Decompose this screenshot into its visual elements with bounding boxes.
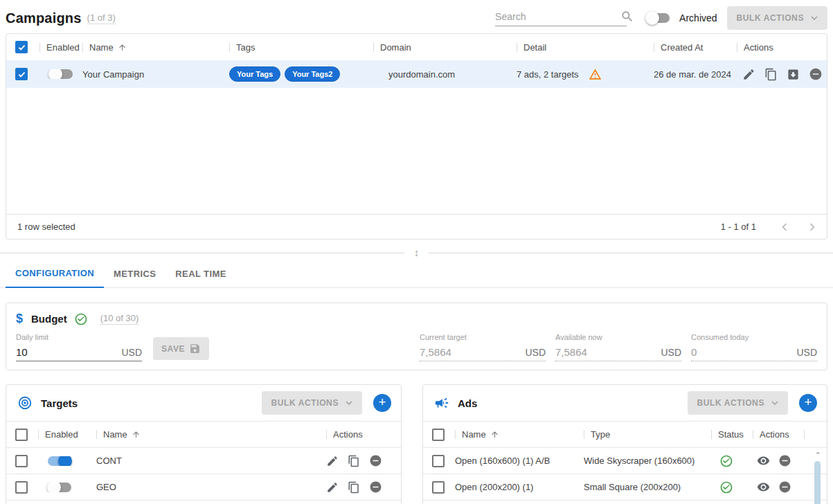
page-prev-icon[interactable] bbox=[777, 219, 792, 235]
budget-title: Budget bbox=[31, 313, 67, 325]
scrollbar-thumb[interactable] bbox=[814, 461, 821, 504]
duplicate-icon[interactable] bbox=[348, 455, 360, 467]
ads-bulk-actions-label: BULK ACTIONS bbox=[697, 398, 764, 408]
select-all-checkbox[interactable] bbox=[15, 41, 28, 53]
target-enabled-toggle[interactable] bbox=[48, 456, 71, 466]
row-checkbox[interactable] bbox=[15, 455, 28, 467]
budget-ok-icon bbox=[74, 312, 88, 326]
col-type: Type bbox=[591, 429, 610, 440]
bulk-actions-label: BULK ACTIONS bbox=[737, 13, 804, 23]
disable-icon[interactable] bbox=[778, 454, 791, 467]
targets-title: Targets bbox=[41, 397, 78, 409]
dollar-icon: $ bbox=[16, 312, 23, 326]
resize-handle-icon[interactable]: ↕ bbox=[404, 247, 429, 258]
search-box bbox=[495, 10, 627, 26]
campaign-tag: Your Tags bbox=[229, 66, 280, 82]
ad-row[interactable]: Open (200x200) (1) Small Square (200x200… bbox=[423, 474, 827, 501]
ads-select-all-checkbox[interactable] bbox=[432, 429, 445, 441]
chevron-down-icon bbox=[808, 12, 821, 24]
ads-scrollbar[interactable]: ⌃ bbox=[813, 451, 823, 504]
target-name: CONT bbox=[96, 456, 122, 466]
search-input[interactable] bbox=[495, 11, 620, 22]
panel-divider: ↕ bbox=[0, 246, 833, 259]
col-actions: Actions bbox=[744, 42, 773, 53]
row-checkbox[interactable] bbox=[15, 481, 28, 494]
ad-type: Wide Skyscraper (160x600) bbox=[584, 456, 695, 466]
disable-icon[interactable] bbox=[369, 480, 382, 494]
preview-icon[interactable] bbox=[757, 454, 770, 467]
disable-icon[interactable] bbox=[778, 480, 791, 494]
target-row[interactable]: GEO bbox=[6, 474, 401, 501]
current-target-label: Current target bbox=[420, 333, 546, 341]
available-now-label: Available now bbox=[555, 333, 681, 341]
edit-icon[interactable] bbox=[326, 481, 339, 494]
campaigns-header-row: Enabled Name Tags Domain Detail Created … bbox=[6, 34, 827, 60]
row-checkbox[interactable] bbox=[432, 481, 445, 494]
col-domain: Domain bbox=[380, 42, 411, 53]
sort-asc-icon bbox=[118, 43, 127, 52]
duplicate-icon[interactable] bbox=[348, 481, 360, 494]
campaign-created-at: 26 de mar. de 2024 bbox=[654, 69, 731, 80]
tab-metrics[interactable]: METRICS bbox=[104, 269, 165, 287]
campaign-enabled-toggle[interactable] bbox=[49, 69, 73, 79]
daily-limit-label: Daily limit bbox=[16, 333, 142, 341]
available-now-field: Available now 7,5864 USD bbox=[555, 333, 681, 361]
duplicate-icon[interactable] bbox=[764, 68, 778, 81]
budget-count: (10 of 30) bbox=[100, 313, 139, 325]
targets-section: Targets BULK ACTIONS + Enabled Name Acti… bbox=[6, 384, 402, 504]
add-target-button[interactable]: + bbox=[373, 394, 391, 412]
add-ad-button[interactable]: + bbox=[799, 394, 817, 412]
archive-icon[interactable] bbox=[787, 68, 800, 81]
archived-label: Archived bbox=[679, 12, 717, 24]
col-actions: Actions bbox=[333, 429, 363, 440]
row-checkbox[interactable] bbox=[432, 455, 445, 467]
target-enabled-toggle[interactable] bbox=[48, 483, 71, 492]
target-row[interactable]: CONT bbox=[6, 448, 401, 474]
col-created-at: Created At bbox=[661, 42, 703, 53]
chevron-down-icon bbox=[769, 397, 781, 409]
consumed-today-label: Consumed today bbox=[691, 333, 817, 341]
targets-select-all-checkbox[interactable] bbox=[15, 429, 28, 441]
col-enabled: Enabled bbox=[45, 429, 78, 440]
row-checkbox[interactable] bbox=[15, 68, 28, 80]
col-name[interactable]: Name bbox=[462, 429, 486, 440]
tab-configuration[interactable]: CONFIGURATION bbox=[6, 268, 104, 288]
edit-icon[interactable] bbox=[326, 455, 339, 467]
available-now-currency: USD bbox=[661, 347, 681, 358]
campaign-row[interactable]: Your Campaign Your Tags Your Tags2 yourd… bbox=[6, 60, 827, 88]
page-title: Campaigns bbox=[6, 10, 82, 26]
save-label: SAVE bbox=[161, 344, 185, 354]
col-name[interactable]: Name bbox=[89, 42, 114, 53]
ad-type: Small Square (200x200) bbox=[584, 482, 681, 492]
bulk-actions-button[interactable]: BULK ACTIONS bbox=[727, 6, 827, 30]
targets-bulk-actions-button[interactable]: BULK ACTIONS bbox=[262, 391, 362, 415]
campaign-domain: yourdomain.com bbox=[388, 69, 455, 80]
page-next-icon[interactable] bbox=[805, 219, 820, 235]
daily-limit-field: Daily limit USD bbox=[16, 333, 142, 361]
disable-icon[interactable] bbox=[809, 67, 823, 81]
ad-name: Open (200x200) (1) bbox=[455, 482, 533, 492]
col-status: Status bbox=[718, 429, 744, 440]
preview-icon[interactable] bbox=[757, 480, 770, 494]
current-target-currency: USD bbox=[525, 347, 546, 358]
consumed-today-field: Consumed today 0 USD bbox=[691, 333, 817, 361]
current-target-value: 7,5864 bbox=[420, 346, 525, 358]
ad-row[interactable]: Open (160x600) (1) A/B Wide Skyscraper (… bbox=[423, 448, 827, 474]
tab-real-time[interactable]: REAL TIME bbox=[165, 269, 235, 287]
disable-icon[interactable] bbox=[369, 454, 382, 467]
megaphone-icon bbox=[434, 395, 449, 411]
col-tags: Tags bbox=[236, 42, 255, 53]
daily-limit-input[interactable] bbox=[16, 346, 121, 358]
tab-bar: CONFIGURATION METRICS REAL TIME bbox=[0, 265, 833, 288]
col-name[interactable]: Name bbox=[103, 429, 127, 440]
archived-toggle[interactable] bbox=[646, 13, 670, 23]
chevron-down-icon bbox=[343, 397, 355, 409]
col-enabled: Enabled bbox=[46, 42, 80, 53]
target-icon bbox=[17, 395, 33, 411]
edit-icon[interactable] bbox=[742, 68, 755, 81]
target-name: GEO bbox=[96, 482, 116, 492]
save-button[interactable]: SAVE bbox=[153, 337, 209, 360]
scroll-up-icon[interactable]: ⌃ bbox=[813, 451, 823, 458]
ads-bulk-actions-button[interactable]: BULK ACTIONS bbox=[688, 391, 788, 415]
campaign-detail: 7 ads, 2 targets bbox=[517, 69, 579, 80]
